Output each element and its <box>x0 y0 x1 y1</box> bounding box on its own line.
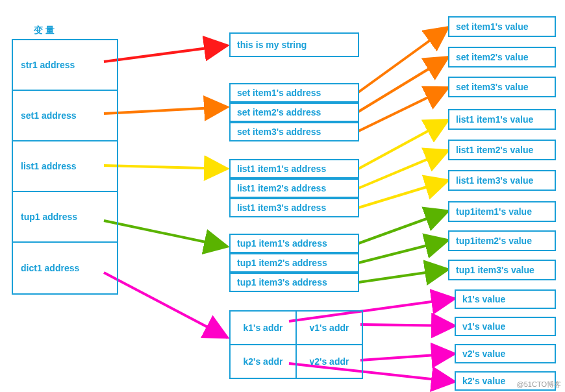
var-str1: str1 address <box>13 40 117 91</box>
svg-line-2 <box>358 27 448 92</box>
svg-line-3 <box>358 57 448 112</box>
mid-set-0: set item1's address <box>229 83 359 103</box>
svg-line-5 <box>104 165 227 169</box>
right-dict-0: k1's value <box>455 289 556 309</box>
right-list-1: list1 item2's value <box>448 140 556 160</box>
svg-line-4 <box>358 88 448 131</box>
svg-line-12 <box>358 269 448 282</box>
var-list1: list1 address <box>13 141 117 192</box>
svg-line-11 <box>358 240 448 263</box>
right-tup-2: tup1 item3's value <box>448 260 556 280</box>
right-set-0: set item1's value <box>448 16 556 37</box>
mid-tup-1: tup1 item2's address <box>229 253 359 273</box>
svg-line-6 <box>358 120 448 169</box>
mid-dict: k1's addr v1's addr k2's addr v2's addr <box>229 310 363 379</box>
right-tup-0: tup1item1's value <box>448 201 556 222</box>
svg-line-10 <box>358 211 448 243</box>
right-set-1: set item2's value <box>448 47 556 67</box>
right-list-2: list1 item3's value <box>448 170 556 191</box>
variable-table: str1 address set1 address list1 address … <box>12 39 118 295</box>
right-tup-1: tup1item2's value <box>448 230 556 251</box>
mid-tup-0: tup1 item1's address <box>229 234 359 253</box>
mid-dict-k2: k2's addr <box>231 345 297 378</box>
var-set1: set1 address <box>13 91 117 141</box>
svg-line-0 <box>104 45 227 62</box>
mid-dict-k1: k1's addr <box>231 312 297 344</box>
right-list-0: list1 item1's value <box>448 109 556 130</box>
svg-line-1 <box>104 107 227 114</box>
right-set-2: set item3's value <box>448 77 556 97</box>
svg-line-16 <box>360 354 455 360</box>
header-title: 变 量 <box>34 25 55 36</box>
var-dict1: dict1 address <box>13 243 117 293</box>
mid-list-1: list1 item2's address <box>229 178 359 198</box>
svg-line-8 <box>358 180 448 208</box>
mid-set-1: set item2's address <box>229 103 359 122</box>
mid-dict-v2: v2's addr <box>297 345 362 378</box>
var-tup1: tup1 address <box>13 192 117 243</box>
right-dict-2: v2's value <box>455 344 556 363</box>
svg-line-15 <box>360 325 455 326</box>
svg-line-7 <box>358 151 448 188</box>
right-dict-1: v1's value <box>455 317 556 336</box>
mid-list-0: list1 item1's address <box>229 159 359 178</box>
svg-line-13 <box>104 273 227 337</box>
mid-list-2: list1 item3's address <box>229 198 359 217</box>
mid-str: this is my string <box>229 32 359 57</box>
svg-line-9 <box>104 221 227 247</box>
mid-set-2: set item3's address <box>229 122 359 141</box>
mid-tup-2: tup1 item3's address <box>229 273 359 292</box>
diagram-stage: 变 量 str1 address set1 address list1 addr… <box>0 0 565 392</box>
watermark: @51CTO博客 <box>517 380 561 389</box>
mid-dict-v1: v1's addr <box>297 312 362 344</box>
